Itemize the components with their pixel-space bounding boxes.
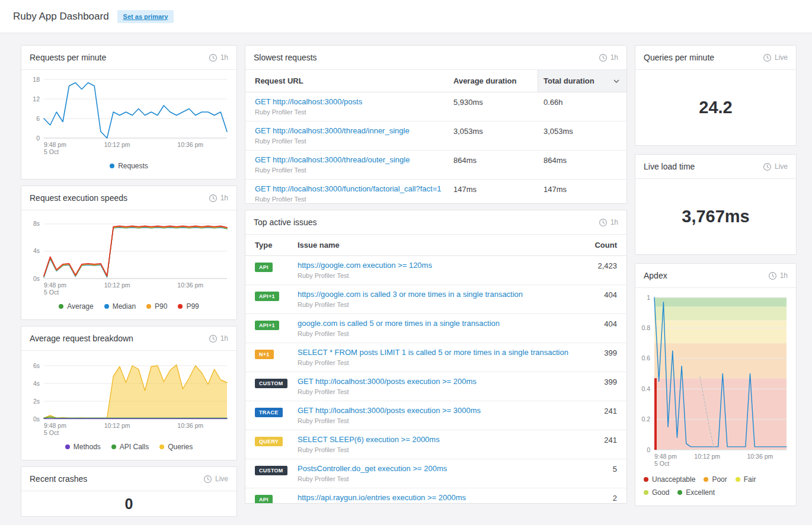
average-duration-value: 864ms bbox=[453, 155, 538, 165]
legend-item[interactable]: Poor bbox=[704, 474, 727, 485]
average-duration-value: 147ms bbox=[453, 184, 538, 194]
legend-dot bbox=[704, 477, 708, 482]
time-filter[interactable]: Live bbox=[763, 162, 788, 171]
table-row: QUERYSELECT SLEEP(6) execution >= 2000ms… bbox=[245, 430, 626, 459]
legend-item[interactable]: Fair bbox=[736, 474, 756, 485]
chart-legend: MethodsAPI CallsQueries bbox=[21, 438, 236, 460]
svg-text:9:48 pm: 9:48 pm bbox=[44, 422, 66, 429]
legend-item[interactable]: P90 bbox=[146, 300, 167, 312]
issue-link[interactable]: google.com is called 5 or more times in … bbox=[298, 319, 592, 328]
panel-title: Top active issues bbox=[254, 217, 317, 227]
issue-link[interactable]: https://google.com execution >= 120ms bbox=[298, 261, 592, 270]
column-header-count[interactable]: Count bbox=[592, 235, 626, 255]
set-as-primary-button[interactable]: Set as primary bbox=[117, 10, 174, 23]
time-filter[interactable]: 1h bbox=[209, 334, 228, 343]
application-name: Ruby Profiler Test bbox=[298, 417, 592, 424]
issue-link[interactable]: SELECT * FROM posts LIMIT 1 is called 5 … bbox=[298, 348, 592, 357]
legend-label: Poor bbox=[712, 474, 727, 485]
time-filter[interactable]: Live bbox=[763, 53, 788, 62]
sorted-column-label: Total duration bbox=[544, 76, 594, 85]
svg-text:10:36 pm: 10:36 pm bbox=[747, 453, 773, 460]
application-name: Ruby Profiler Test bbox=[255, 108, 453, 116]
issue-link[interactable]: GET http://localhost:3000/posts executio… bbox=[298, 377, 592, 386]
column-header-type[interactable]: Type bbox=[255, 235, 298, 255]
request-url-link[interactable]: GET http://localhost:3000/thread/inner_s… bbox=[255, 126, 453, 135]
top-active-issues-table-header: Type Issue name Count bbox=[245, 235, 626, 256]
requests-per-minute-chart[interactable]: 0612189:48 pm5 Oct10:12 pm10:36 pm bbox=[24, 75, 234, 157]
svg-text:10:12 pm: 10:12 pm bbox=[694, 453, 720, 460]
total-duration-value: 3,053ms bbox=[538, 126, 626, 136]
issue-count: 2,423 bbox=[592, 261, 626, 270]
legend-item[interactable]: Good bbox=[644, 487, 669, 498]
time-filter[interactable]: 1h bbox=[599, 53, 618, 62]
issue-type-badge: QUERY bbox=[255, 437, 283, 446]
application-name: Ruby Profiler Test bbox=[298, 359, 592, 366]
chart-legend: UnacceptablePoorFairGoodExcellent bbox=[635, 469, 796, 506]
legend-dot bbox=[65, 444, 70, 449]
slowest-requests-table-header: Request URL Average duration Total durat… bbox=[245, 70, 626, 92]
issue-link[interactable]: PostsController.do_get execution >= 200m… bbox=[298, 464, 592, 473]
time-filter[interactable]: 1h bbox=[209, 194, 228, 203]
slowest-requests-panel: Slowest requests 1h Request URL Average … bbox=[245, 45, 627, 204]
issue-count: 5 bbox=[592, 464, 626, 474]
legend-item[interactable]: Queries bbox=[159, 441, 193, 453]
table-row: TRACEGET http://localhost:3000/posts exe… bbox=[245, 401, 626, 430]
time-filter-label: 1h bbox=[220, 334, 228, 343]
column-header-average-duration[interactable]: Average duration bbox=[453, 70, 538, 92]
table-row: API+1google.com is called 5 or more time… bbox=[245, 314, 626, 343]
legend-item[interactable]: Excellent bbox=[677, 487, 715, 498]
column-header-issue-name[interactable]: Issue name bbox=[298, 235, 592, 255]
column-header-total-duration[interactable]: Total duration bbox=[538, 70, 626, 92]
time-filter[interactable]: 1h bbox=[209, 53, 228, 62]
live-load-time-panel: Live load time Live 3,767ms bbox=[635, 154, 797, 255]
issue-link[interactable]: https://api.raygun.io/entries execution … bbox=[298, 493, 592, 502]
table-row: GET http://localhost:3000/postsRuby Prof… bbox=[245, 92, 626, 121]
legend-item[interactable]: Methods bbox=[65, 441, 101, 453]
legend-item[interactable]: Requests bbox=[110, 160, 148, 172]
application-name: Ruby Profiler Test bbox=[255, 137, 453, 145]
slowest-requests-table-body[interactable]: GET http://localhost:3000/postsRuby Prof… bbox=[245, 92, 626, 203]
requests-per-minute-svg: 0612189:48 pm5 Oct10:12 pm10:36 pm bbox=[24, 75, 234, 157]
legend-item[interactable]: P99 bbox=[178, 300, 199, 312]
issue-link[interactable]: SELECT SLEEP(6) execution >= 2000ms bbox=[298, 435, 592, 444]
top-active-issues-table-body[interactable]: APIhttps://google.com execution >= 120ms… bbox=[245, 256, 626, 503]
legend-item[interactable]: Unacceptable bbox=[644, 474, 695, 485]
svg-text:0s: 0s bbox=[33, 275, 40, 282]
apdex-chart[interactable]: 00.20.40.60.819:48 pm5 Oct10:12 pm10:36 … bbox=[638, 293, 794, 469]
queries-per-minute-panel: Queries per minute Live 24.2 bbox=[635, 45, 797, 146]
svg-text:8s: 8s bbox=[33, 220, 40, 227]
issue-count: 241 bbox=[592, 406, 626, 415]
total-duration-value: 864ms bbox=[538, 155, 626, 165]
issue-link[interactable]: GET http://localhost:3000/posts executio… bbox=[298, 406, 592, 415]
request-url-link[interactable]: GET http://localhost:3000/posts bbox=[255, 97, 453, 106]
clock-icon bbox=[209, 53, 218, 62]
panel-title: Request execution speeds bbox=[30, 193, 127, 203]
legend-item[interactable]: Median bbox=[104, 300, 136, 312]
request-execution-speeds-chart[interactable]: 0s4s8s9:48 pm5 Oct10:12 pm10:36 pm bbox=[24, 215, 234, 298]
time-filter[interactable]: 1h bbox=[768, 271, 788, 280]
column-header-request-url[interactable]: Request URL bbox=[255, 70, 453, 92]
request-url-link[interactable]: GET http://localhost:3000/thread/outer_s… bbox=[255, 155, 453, 164]
average-request-breakdown-chart[interactable]: 0s2s4s6s9:48 pm5 Oct10:12 pm10:36 pm bbox=[24, 356, 234, 438]
top-header: Ruby App Dashboard Set as primary bbox=[0, 0, 812, 33]
issue-count: 404 bbox=[592, 290, 626, 299]
clock-icon bbox=[763, 162, 772, 171]
issue-type-badge: N+1 bbox=[255, 350, 274, 359]
time-filter-label: Live bbox=[775, 162, 788, 171]
legend-dot bbox=[146, 304, 151, 309]
time-filter[interactable]: 1h bbox=[599, 218, 618, 227]
issue-link[interactable]: https://google.com is called 3 or more t… bbox=[298, 290, 592, 299]
issue-count: 241 bbox=[592, 435, 626, 444]
legend-label: Median bbox=[113, 300, 136, 312]
time-filter[interactable]: Live bbox=[203, 475, 228, 484]
svg-text:5 Oct: 5 Oct bbox=[44, 289, 59, 296]
legend-label: API Calls bbox=[120, 441, 149, 453]
svg-text:10:36 pm: 10:36 pm bbox=[177, 141, 203, 148]
clock-icon bbox=[209, 334, 218, 343]
legend-item[interactable]: API Calls bbox=[111, 441, 149, 453]
legend-label: Unacceptable bbox=[652, 474, 695, 485]
legend-dot bbox=[644, 490, 648, 495]
issue-type-badge: API bbox=[255, 495, 273, 503]
request-url-link[interactable]: GET http://localhost:3000/function/facto… bbox=[255, 184, 453, 193]
legend-item[interactable]: Average bbox=[59, 300, 93, 312]
